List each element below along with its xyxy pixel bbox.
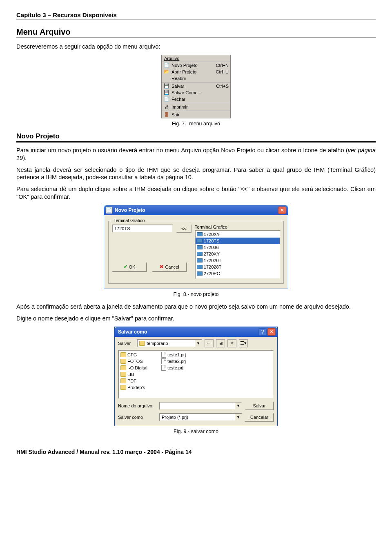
folder-icon bbox=[120, 359, 126, 364]
chevron-down-icon: ▼ bbox=[235, 403, 241, 409]
cancel-button[interactable]: Cancelar bbox=[245, 413, 274, 422]
folder-name: PDF bbox=[127, 378, 136, 383]
menu-item-shortcut: Ctrl+N bbox=[216, 63, 229, 68]
list-item[interactable]: 172020T bbox=[196, 257, 280, 264]
paragraph-3: Para selecionar dê um duplo clique sobre… bbox=[16, 185, 376, 201]
list-item-label: 172028T bbox=[204, 265, 221, 269]
menu-item[interactable]: 💾Salvar Como... bbox=[162, 89, 230, 96]
folder-icon bbox=[120, 365, 126, 370]
file-icon bbox=[161, 365, 166, 371]
move-left-button[interactable]: << bbox=[176, 225, 192, 233]
desktop-button[interactable]: 🖥 bbox=[216, 339, 225, 347]
dialog-salvar-como: Salvar como ? ✕ Salvar temporario ▼ ⮠ 🖥 bbox=[114, 327, 278, 426]
dialog-novo-projeto: 📄 Novo Projeto ✕ Teminal Grafico 1720TS … bbox=[104, 205, 288, 289]
list-item[interactable]: 2720PC bbox=[196, 270, 280, 277]
x-icon: ✖ bbox=[160, 264, 163, 269]
folder-icon bbox=[139, 341, 145, 346]
location-combo[interactable]: temporario ▼ bbox=[137, 339, 202, 347]
folder-item[interactable]: CFG bbox=[120, 351, 148, 358]
folder-item[interactable]: PDF bbox=[120, 378, 148, 384]
new-folder-button[interactable]: ✳ bbox=[227, 339, 236, 347]
menu-item[interactable]: 🖨Imprimir bbox=[162, 104, 230, 110]
monitor-icon bbox=[197, 258, 203, 263]
folder-item[interactable]: FOTOS bbox=[120, 358, 148, 365]
menu-item-label: Abrir Projeto bbox=[172, 69, 216, 74]
ok-button[interactable]: ✔OK bbox=[112, 262, 147, 272]
menu-item-icon: 📂 bbox=[163, 69, 170, 75]
monitor-icon bbox=[197, 238, 203, 243]
folder-icon bbox=[120, 372, 126, 377]
monitor-icon bbox=[197, 271, 203, 276]
list-item-label: 1720XY bbox=[204, 232, 220, 237]
section-heading-menu-arquivo: Menu Arquivo bbox=[16, 27, 376, 38]
monitor-icon bbox=[197, 251, 203, 256]
menu-item[interactable]: 🚪Sair bbox=[162, 111, 230, 118]
folder-name: I-O Digital bbox=[127, 365, 147, 370]
file-list-pane[interactable]: CFGFOTOSI-O DigitalLIBPDFProdep's teste1… bbox=[118, 350, 274, 399]
file-name: teste2.prj bbox=[167, 359, 186, 364]
dialog-title: Novo Projeto bbox=[115, 207, 278, 213]
folder-item[interactable]: Prodep's bbox=[120, 384, 148, 391]
menu-item-shortcut: Ctrl+S bbox=[216, 84, 229, 89]
filename-field[interactable]: ▼ bbox=[159, 402, 242, 410]
folder-icon bbox=[120, 378, 126, 383]
list-item[interactable]: 2720XY bbox=[196, 251, 280, 257]
check-icon: ✔ bbox=[124, 264, 127, 269]
list-item[interactable]: 172028T bbox=[196, 264, 280, 270]
menu-title[interactable]: Arquivo bbox=[162, 55, 230, 62]
menu-item[interactable]: Reabrir bbox=[162, 75, 230, 82]
menu-item-label: Novo Projeto bbox=[172, 63, 216, 68]
list-item-label: 1720TS bbox=[204, 238, 220, 243]
list-item[interactable]: 172036 bbox=[196, 244, 280, 251]
file-item[interactable]: teste2.prj bbox=[160, 358, 187, 365]
menu-item-label: Salvar bbox=[172, 84, 216, 89]
folder-name: CFG bbox=[127, 352, 137, 357]
menu-item[interactable]: 📄Fechar bbox=[162, 96, 230, 102]
close-button[interactable]: ✕ bbox=[278, 207, 286, 214]
help-button[interactable]: ? bbox=[258, 328, 267, 336]
list-item-label: 2720PC bbox=[204, 271, 220, 276]
list-item[interactable]: 1720XY bbox=[196, 231, 280, 238]
paragraph-2: Nesta janela deverá ser selecionado o ti… bbox=[16, 166, 376, 182]
fig7-caption: Fig. 7.- menu arquivo bbox=[16, 121, 376, 127]
filename-label: Nome do arquivo: bbox=[118, 403, 157, 408]
file-name: teste1.prj bbox=[167, 352, 186, 357]
menu-item[interactable]: 💾SalvarCtrl+S bbox=[162, 83, 230, 89]
list-item-label: 2720XY bbox=[204, 251, 220, 256]
file-item[interactable]: teste1.prj bbox=[160, 351, 187, 358]
menu-item[interactable]: 📂Abrir ProjetoCtrl+U bbox=[162, 69, 230, 75]
section-heading-novo-projeto: Novo Projeto bbox=[16, 132, 376, 142]
terminal-list[interactable]: 1720XY1720TS1720362720XY172020T172028T27… bbox=[195, 230, 281, 279]
menu-item-icon: 🚪 bbox=[163, 112, 170, 118]
close-button[interactable]: ✕ bbox=[267, 328, 276, 336]
folder-item[interactable]: LIB bbox=[120, 371, 148, 378]
paragraph-4: Após a confirmação será aberta a janela … bbox=[16, 303, 376, 311]
up-folder-button[interactable]: ⮠ bbox=[205, 339, 214, 347]
folder-item[interactable]: I-O Digital bbox=[120, 365, 148, 371]
menu-item-label: Imprimir bbox=[172, 105, 229, 109]
fig9-caption: Fig. 9.- salvar como bbox=[16, 429, 376, 434]
monitor-icon bbox=[197, 245, 203, 250]
menu-item-icon: 📄 bbox=[163, 62, 170, 68]
app-icon: 📄 bbox=[106, 207, 112, 214]
folder-icon bbox=[120, 385, 126, 390]
list-label: Terminal Grafico bbox=[195, 225, 281, 229]
filetype-combo[interactable]: Projeto (*.prj) ▼ bbox=[159, 413, 242, 421]
menu-item-shortcut: Ctrl+U bbox=[216, 69, 229, 74]
paragraph-5: Digite o nome desejado e clique em "Salv… bbox=[16, 315, 376, 322]
selected-ihm-field[interactable]: 1720TS bbox=[112, 225, 173, 233]
list-item[interactable]: 1720TS bbox=[196, 238, 280, 244]
chapter-heading: Capítulo 3 – Recursos Disponíveis bbox=[16, 11, 376, 20]
monitor-icon bbox=[197, 232, 203, 237]
menu-item[interactable]: 📄Novo ProjetoCtrl+N bbox=[162, 62, 230, 69]
group-label: Teminal Grafico bbox=[112, 218, 146, 223]
menu-item-icon bbox=[163, 76, 170, 81]
menu-item-icon: 📄 bbox=[163, 96, 170, 102]
list-item-label: 172036 bbox=[204, 245, 219, 250]
cancel-button[interactable]: ✖Cancel bbox=[152, 262, 187, 272]
view-menu-button[interactable]: ☰▾ bbox=[239, 339, 248, 347]
file-item[interactable]: teste.prj bbox=[160, 365, 187, 371]
folder-name: LIB bbox=[127, 372, 134, 377]
save-button[interactable]: Salvar bbox=[245, 401, 274, 410]
dialog-title: Salvar como bbox=[116, 329, 258, 335]
